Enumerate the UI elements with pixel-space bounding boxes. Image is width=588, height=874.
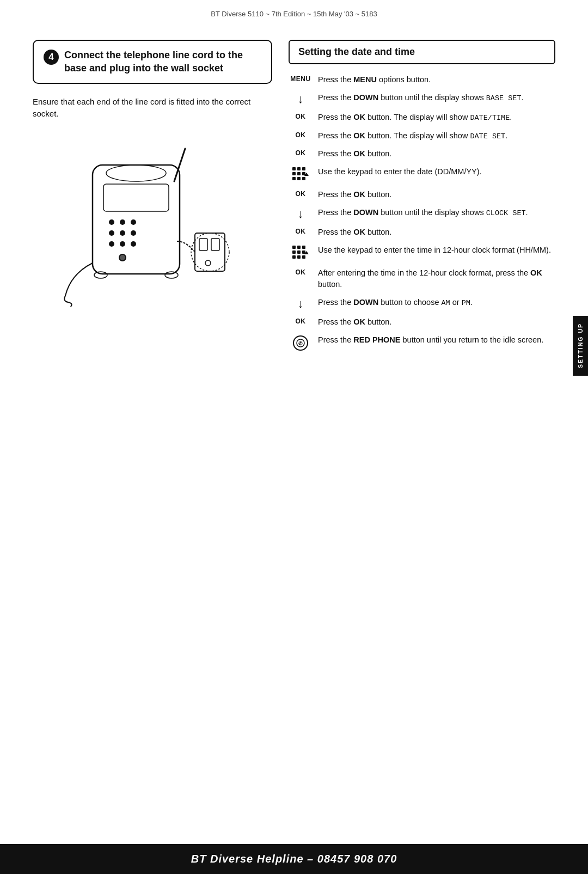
instruction-row-menu: MENU Press the MENU options button. xyxy=(289,74,555,85)
menu-icon: MENU xyxy=(290,75,310,83)
instruction-text-menu: Press the MENU options button. xyxy=(318,74,555,85)
ok-icon-cell-6: OK xyxy=(289,267,313,276)
svg-rect-35 xyxy=(297,250,301,254)
down-arrow-icon-cell-2: ↓ xyxy=(289,207,313,220)
instruction-row-ok7: OK Press the OK button. xyxy=(289,316,555,328)
instruction-row-ok6: OK After entering the time in the 12-hou… xyxy=(289,267,555,290)
ok-icon-6: OK xyxy=(296,268,306,276)
step-number: 4 xyxy=(44,50,59,65)
svg-rect-37 xyxy=(292,255,296,259)
keypad-icon-2 xyxy=(292,246,309,261)
svg-rect-21 xyxy=(292,167,296,170)
ok-icon-1: OK xyxy=(296,113,306,120)
left-column: 4 Connect the telephone line cord to the… xyxy=(33,40,272,357)
instruction-text-down1: Press the DOWN button until the display … xyxy=(318,92,555,104)
keypad-icon-1 xyxy=(292,167,309,182)
instruction-text-ok4: Press the OK button. xyxy=(318,189,555,200)
svg-point-18 xyxy=(191,233,229,271)
instruction-row-redphone: ✆ Press the RED PHONE button until you r… xyxy=(289,334,555,351)
right-column: Setting the date and time MENU Press the… xyxy=(289,40,555,357)
instruction-row-down1: ↓ Press the DOWN button until the displa… xyxy=(289,92,555,105)
instruction-text-ok7: Press the OK button. xyxy=(318,316,555,328)
instruction-row-ok1: OK Press the OK button. The display will… xyxy=(289,112,555,124)
instruction-text-redphone: Press the RED PHONE button until you ret… xyxy=(318,334,555,346)
instruction-text-ok6: After entering the time in the 12-hour c… xyxy=(318,267,555,290)
svg-rect-33 xyxy=(302,246,305,249)
ok-icon-7: OK xyxy=(296,317,306,325)
svg-point-10 xyxy=(120,242,125,246)
ok-icon-4: OK xyxy=(296,190,306,198)
svg-point-20 xyxy=(165,272,178,278)
svg-point-7 xyxy=(120,231,125,235)
ok-icon-cell-4: OK xyxy=(289,189,313,198)
instruction-text-ok5: Press the OK button. xyxy=(318,227,555,238)
svg-point-3 xyxy=(109,220,114,224)
ok-icon-2: OK xyxy=(296,131,306,139)
ok-icon-5: OK xyxy=(296,228,306,235)
instruction-row-ok4: OK Press the OK button. xyxy=(289,189,555,200)
header-text: BT Diverse 5110 ~ 7th Edition ~ 15th May… xyxy=(211,10,377,18)
phone-svg xyxy=(60,132,245,307)
page-footer: BT Diverse Helpline – 08457 908 070 xyxy=(0,844,588,874)
svg-rect-16 xyxy=(211,239,219,250)
side-tab-label: SETTING UP xyxy=(577,323,584,368)
svg-point-11 xyxy=(131,242,136,246)
instruction-text-ok2: Press the OK button. The display will sh… xyxy=(318,130,555,142)
instruction-text-keypad1: Use the keypad to enter the date (DD/MM/… xyxy=(318,166,555,178)
svg-rect-25 xyxy=(297,172,301,175)
down-arrow-icon-2: ↓ xyxy=(298,208,304,220)
svg-rect-32 xyxy=(297,246,301,249)
svg-point-19 xyxy=(94,272,107,278)
instruction-text-down3: Press the DOWN button to choose AM or PM… xyxy=(318,297,555,309)
svg-rect-31 xyxy=(292,246,296,249)
ok-icon-cell-5: OK xyxy=(289,227,313,235)
ok-icon-cell-7: OK xyxy=(289,316,313,325)
red-phone-icon: ✆ xyxy=(293,335,308,351)
svg-rect-15 xyxy=(199,239,207,250)
instruction-row-down2: ↓ Press the DOWN button until the displa… xyxy=(289,207,555,220)
keypad-icon-cell-1 xyxy=(289,166,313,182)
instruction-text-keypad2: Use the keypad to enter the time in 12-h… xyxy=(318,245,555,256)
svg-rect-38 xyxy=(297,255,301,259)
instruction-row-keypad2: Use the keypad to enter the time in 12-h… xyxy=(289,245,555,261)
ok-icon-cell-2: OK xyxy=(289,130,313,139)
svg-rect-34 xyxy=(292,250,296,254)
step4-box: 4 Connect the telephone line cord to the… xyxy=(33,40,272,84)
instruction-text-ok1: Press the OK button. The display will sh… xyxy=(318,112,555,124)
svg-rect-2 xyxy=(103,184,169,211)
main-content: 4 Connect the telephone line cord to the… xyxy=(0,23,588,357)
svg-point-8 xyxy=(131,231,136,235)
keypad-icon-cell-2 xyxy=(289,245,313,261)
down-arrow-icon-cell-3: ↓ xyxy=(289,297,313,310)
instruction-text-down2: Press the DOWN button until the display … xyxy=(318,207,555,219)
down-arrow-icon-1: ↓ xyxy=(298,93,304,105)
redphone-icon-cell: ✆ xyxy=(289,334,313,351)
svg-point-5 xyxy=(131,220,136,224)
ok-icon-cell-1: OK xyxy=(289,112,313,120)
svg-point-1 xyxy=(106,165,166,181)
instruction-row-keypad1: Use the keypad to enter the date (DD/MM/… xyxy=(289,166,555,182)
svg-rect-39 xyxy=(302,255,305,259)
svg-point-17 xyxy=(205,260,211,266)
svg-rect-23 xyxy=(302,167,305,170)
footer-text: BT Diverse Helpline – 08457 908 070 xyxy=(191,853,397,865)
svg-rect-24 xyxy=(292,172,296,175)
down-arrow-icon-cell-1: ↓ xyxy=(289,92,313,105)
instruction-text-ok3: Press the OK button. xyxy=(318,148,555,160)
phone-icon-svg: ✆ xyxy=(296,339,305,347)
ensure-text: Ensure that each end of the line cord is… xyxy=(33,96,272,120)
setting-title: Setting the date and time xyxy=(298,46,415,57)
svg-rect-29 xyxy=(302,177,305,180)
svg-text:✆: ✆ xyxy=(298,341,303,346)
setting-date-time-box: Setting the date and time xyxy=(289,40,555,64)
ok-icon-3: OK xyxy=(296,149,306,157)
instruction-row-ok2: OK Press the OK button. The display will… xyxy=(289,130,555,142)
step4-title: Connect the telephone line cord to the b… xyxy=(64,48,261,75)
svg-rect-36 xyxy=(302,250,305,254)
svg-point-6 xyxy=(109,231,114,235)
phone-illustration xyxy=(60,132,245,307)
svg-rect-27 xyxy=(292,177,296,180)
instructions-list: MENU Press the MENU options button. ↓ Pr… xyxy=(289,74,555,351)
down-arrow-icon-3: ↓ xyxy=(298,298,304,310)
svg-point-9 xyxy=(109,242,114,246)
